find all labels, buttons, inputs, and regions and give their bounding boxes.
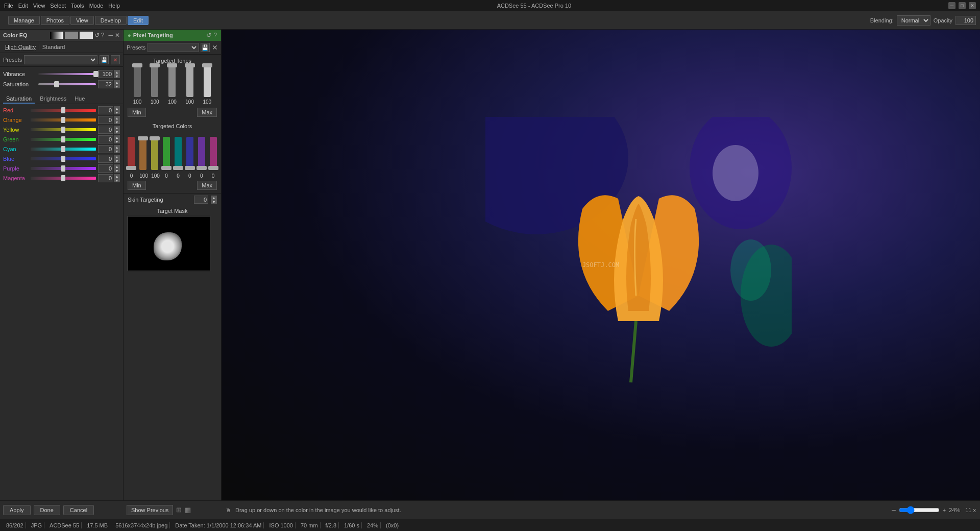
purple-up[interactable]: ▲: [114, 164, 120, 168]
tone-thumb-5[interactable]: [202, 63, 212, 67]
tab-manage[interactable]: Manage: [8, 16, 40, 25]
yellow-input[interactable]: [98, 126, 113, 134]
purple-slider[interactable]: [31, 167, 96, 170]
magenta-slider[interactable]: [31, 177, 96, 180]
purple-input[interactable]: [98, 164, 113, 173]
magenta-down[interactable]: ▼: [114, 178, 120, 182]
cv-thumb-blue[interactable]: [185, 166, 195, 170]
menu-help[interactable]: Help: [108, 3, 120, 9]
menu-select[interactable]: Select: [50, 3, 66, 9]
pt-help-icon[interactable]: ?: [213, 32, 217, 39]
tones-min-button[interactable]: Min: [128, 108, 146, 117]
magenta-input[interactable]: [98, 174, 113, 182]
purple-thumb[interactable]: [61, 165, 65, 172]
tone-thumb-1[interactable]: [132, 63, 142, 67]
menu-edit[interactable]: Edit: [18, 3, 28, 9]
yellow-up[interactable]: ▲: [114, 126, 120, 130]
cv-thumb-green[interactable]: [161, 166, 172, 170]
saturation-down[interactable]: ▼: [114, 84, 120, 88]
menu-tools[interactable]: Tools: [71, 3, 84, 9]
vibrance-down[interactable]: ▼: [114, 74, 120, 78]
colors-max-button[interactable]: Max: [197, 181, 217, 190]
tab-view[interactable]: View: [70, 16, 94, 25]
blue-thumb[interactable]: [61, 156, 65, 162]
quality-standard[interactable]: Standard: [40, 43, 67, 51]
yellow-down[interactable]: ▼: [114, 130, 120, 134]
done-button[interactable]: Done: [34, 505, 60, 515]
close-panel-icon[interactable]: ✕: [115, 32, 120, 39]
green-input[interactable]: [98, 135, 113, 143]
blend-mode-select[interactable]: Normal: [897, 15, 930, 26]
apply-button[interactable]: Apply: [3, 505, 31, 515]
blue-slider[interactable]: [31, 157, 96, 160]
tab-edit[interactable]: Edit: [128, 16, 149, 25]
minimize-panel-icon[interactable]: ─: [108, 32, 113, 39]
green-slider[interactable]: [31, 138, 96, 141]
compare-icon[interactable]: ⊞: [176, 506, 182, 514]
cv-thumb-cyan[interactable]: [173, 166, 183, 170]
help-icon[interactable]: ?: [101, 32, 105, 39]
orange-slider[interactable]: [31, 118, 96, 122]
tone-thumb-2[interactable]: [150, 63, 160, 67]
green-down[interactable]: ▼: [114, 139, 120, 143]
cyan-thumb[interactable]: [61, 146, 65, 152]
minimize-button[interactable]: ─: [948, 2, 955, 9]
red-down[interactable]: ▼: [114, 110, 120, 114]
quality-high[interactable]: High Quality: [3, 43, 38, 51]
close-button[interactable]: ✕: [969, 2, 976, 9]
skin-down[interactable]: ▼: [211, 200, 217, 204]
red-up[interactable]: ▲: [114, 106, 120, 110]
orange-input[interactable]: [98, 116, 113, 124]
light-swatch[interactable]: [80, 32, 93, 39]
opacity-input[interactable]: [955, 16, 976, 25]
saturation-up[interactable]: ▲: [114, 80, 120, 84]
tab-develop[interactable]: Develop: [95, 16, 127, 25]
cv-thumb-purple[interactable]: [197, 166, 207, 170]
cyan-up[interactable]: ▲: [114, 145, 120, 149]
zoom-out-icon[interactable]: ─: [892, 507, 896, 513]
tab-photos[interactable]: Photos: [41, 16, 69, 25]
delete-preset-button[interactable]: ✕: [111, 55, 120, 64]
vibrance-input[interactable]: [98, 70, 113, 78]
colors-min-button[interactable]: Min: [128, 181, 146, 190]
tab-saturation[interactable]: Saturation: [3, 94, 35, 104]
orange-thumb[interactable]: [61, 117, 65, 123]
pt-presets-select[interactable]: [148, 43, 199, 52]
red-input[interactable]: [98, 106, 113, 114]
refresh-icon[interactable]: ↺: [94, 32, 100, 39]
skin-up[interactable]: ▲: [211, 196, 217, 200]
menu-view[interactable]: View: [33, 3, 45, 9]
vibrance-up[interactable]: ▲: [114, 70, 120, 74]
cyan-down[interactable]: ▼: [114, 149, 120, 153]
cancel-button[interactable]: Cancel: [63, 505, 94, 515]
orange-down[interactable]: ▼: [114, 120, 120, 124]
tone-thumb-3[interactable]: [167, 63, 177, 67]
menu-file[interactable]: File: [4, 3, 13, 9]
gray-swatch[interactable]: [65, 32, 78, 39]
saturation-slider[interactable]: [38, 83, 96, 85]
yellow-slider[interactable]: [31, 128, 96, 131]
red-thumb[interactable]: [61, 107, 65, 113]
cv-thumb-yellow[interactable]: [150, 136, 160, 140]
cv-thumb-red[interactable]: [126, 166, 136, 170]
cyan-slider[interactable]: [31, 148, 96, 151]
skin-targeting-input[interactable]: [194, 196, 208, 204]
vibrance-thumb[interactable]: [93, 71, 99, 77]
tab-hue[interactable]: Hue: [71, 94, 88, 104]
magenta-up[interactable]: ▲: [114, 174, 120, 178]
orange-up[interactable]: ▲: [114, 116, 120, 120]
saturation-input[interactable]: [98, 80, 113, 88]
blue-down[interactable]: ▼: [114, 159, 120, 163]
bw-swatch[interactable]: [50, 32, 63, 39]
cv-thumb-magenta[interactable]: [208, 166, 218, 170]
vibrance-slider[interactable]: [38, 73, 96, 75]
purple-down[interactable]: ▼: [114, 168, 120, 173]
chart-icon[interactable]: ▦: [185, 506, 191, 514]
zoom-plus-icon[interactable]: +: [943, 507, 946, 513]
red-slider[interactable]: [31, 109, 96, 112]
zoom-slider[interactable]: [899, 506, 940, 514]
save-preset-button[interactable]: 💾: [100, 55, 109, 64]
show-previous-button[interactable]: Show Previous: [127, 505, 173, 515]
green-up[interactable]: ▲: [114, 135, 120, 139]
saturation-thumb[interactable]: [54, 81, 59, 87]
